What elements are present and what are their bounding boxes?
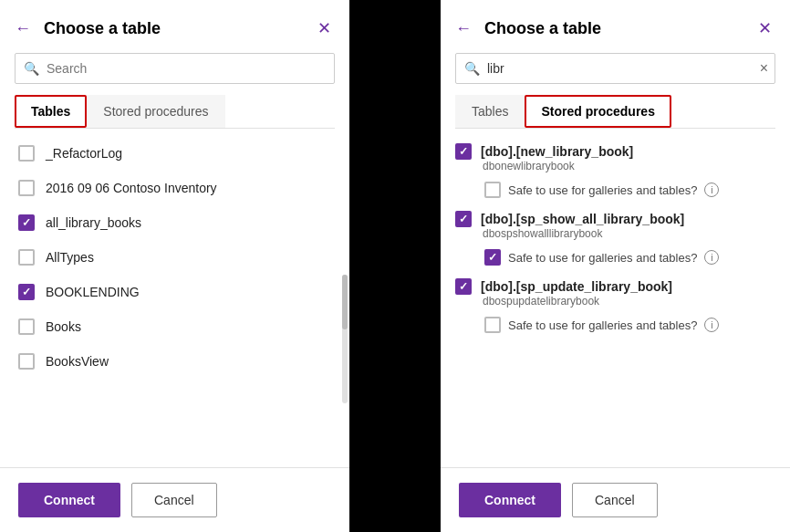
right-panel-header: ← Choose a table ✕ (441, 0, 790, 53)
sp-item-1-info-icon[interactable]: i (704, 183, 719, 197)
right-items-list: [dbo].[new_library_book] dbonewlibrarybo… (441, 129, 790, 467)
left-panel-footer: Connect Cancel (0, 467, 349, 532)
item-label-contoso: 2016 09 06 Contoso Inventory (46, 181, 217, 195)
sp-item-1-safe-label: Safe to use for galleries and tables? (508, 183, 697, 197)
left-cancel-button[interactable]: Cancel (131, 483, 217, 517)
left-items-list: _RefactorLog 2016 09 06 Contoso Inventor… (0, 129, 349, 467)
right-panel-title: Choose a table (484, 19, 745, 38)
sp-item-3-name: [dbo].[sp_update_library_book] (481, 279, 672, 294)
right-connect-button[interactable]: Connect (459, 483, 561, 517)
sp-item-2-info-icon[interactable]: i (704, 250, 719, 265)
scrollbar-track (342, 275, 348, 403)
left-close-button[interactable]: ✕ (314, 16, 335, 40)
right-close-button[interactable]: ✕ (754, 16, 775, 40)
right-panel: ← Choose a table ✕ 🔍 × Tables Stored pro… (441, 0, 790, 532)
item-label-books: Books (46, 319, 81, 334)
sp-item-3-sub: dbospupdatelibrarybook (483, 295, 775, 308)
left-search-input[interactable] (15, 53, 335, 84)
list-item[interactable]: BooksView (0, 344, 349, 379)
left-tab-tables[interactable]: Tables (15, 95, 87, 128)
right-search-icon: 🔍 (464, 61, 480, 76)
checkbox-all-library[interactable] (18, 214, 35, 231)
left-tabs: Tables Stored procedures (15, 95, 335, 129)
checkbox-books[interactable] (18, 318, 35, 335)
sp-item-1: [dbo].[new_library_book] dbonewlibrarybo… (441, 136, 790, 176)
checkbox-contoso[interactable] (18, 180, 35, 196)
list-item[interactable]: AllTypes (0, 240, 349, 275)
right-tab-tables[interactable]: Tables (455, 95, 525, 128)
sp-item-3: [dbo].[sp_update_library_book] dbospupda… (441, 271, 790, 311)
sp-item-2-safe-label: Safe to use for galleries and tables? (508, 251, 697, 265)
list-item[interactable]: _RefactorLog (0, 136, 349, 171)
sp-item-3-safe-row: Safe to use for galleries and tables? i (441, 311, 790, 339)
list-item[interactable]: BOOKLENDING (0, 275, 349, 309)
checkbox-sp1-safe[interactable] (484, 182, 501, 198)
right-search-input[interactable] (455, 53, 775, 84)
left-panel-header: ← Choose a table ✕ (0, 0, 349, 53)
checkbox-sp2[interactable] (455, 211, 472, 227)
left-panel: ← Choose a table ✕ 🔍 Tables Stored proce… (0, 0, 349, 532)
sp-item-2-safe-row: Safe to use for galleries and tables? i (441, 244, 790, 271)
sp-item-3-header[interactable]: [dbo].[sp_update_library_book] (455, 278, 775, 295)
checkbox-alltypes[interactable] (18, 249, 35, 266)
sp-item-3-safe-label: Safe to use for galleries and tables? (508, 318, 697, 332)
checkbox-sp3[interactable] (455, 278, 472, 295)
item-label-refactorlog: _RefactorLog (46, 146, 122, 161)
sp-item-2-header[interactable]: [dbo].[sp_show_all_library_book] (455, 211, 775, 227)
checkbox-sp1[interactable] (455, 143, 472, 160)
right-tab-stored-procedures[interactable]: Stored procedures (525, 95, 670, 128)
left-search-icon: 🔍 (24, 61, 39, 76)
sp-item-1-safe-row: Safe to use for galleries and tables? i (441, 176, 790, 203)
sp-item-1-sub: dbonewlibrarybook (483, 160, 775, 172)
right-search-clear-button[interactable]: × (760, 60, 768, 77)
left-tab-stored-procedures[interactable]: Stored procedures (87, 95, 224, 128)
scrollbar-thumb[interactable] (342, 275, 348, 329)
sp-item-3-info-icon[interactable]: i (704, 318, 719, 332)
checkbox-booklending[interactable] (18, 284, 35, 300)
checkbox-refactorlog[interactable] (18, 145, 35, 162)
checkbox-sp3-safe[interactable] (484, 317, 501, 333)
sp-item-2: [dbo].[sp_show_all_library_book] dbospsh… (441, 203, 790, 244)
right-tabs: Tables Stored procedures (455, 95, 775, 129)
sp-item-1-name: [dbo].[new_library_book] (481, 144, 633, 159)
checkbox-sp2-safe[interactable] (484, 249, 501, 266)
item-label-booklending: BOOKLENDING (46, 285, 140, 299)
left-back-arrow[interactable]: ← (15, 19, 31, 38)
panel-divider (349, 0, 441, 532)
list-item[interactable]: Books (0, 309, 349, 344)
left-connect-button[interactable]: Connect (18, 483, 120, 517)
item-label-all-library: all_library_books (46, 215, 141, 230)
sp-item-2-name: [dbo].[sp_show_all_library_book] (481, 212, 684, 226)
right-search-box: 🔍 × (455, 53, 775, 84)
item-label-booksview: BooksView (46, 354, 109, 369)
item-label-alltypes: AllTypes (46, 250, 94, 265)
right-cancel-button[interactable]: Cancel (572, 483, 658, 517)
list-item[interactable]: all_library_books (0, 205, 349, 240)
sp-item-1-header[interactable]: [dbo].[new_library_book] (455, 143, 775, 160)
left-panel-title: Choose a table (44, 19, 305, 38)
right-back-arrow[interactable]: ← (455, 19, 472, 38)
left-search-box: 🔍 (15, 53, 335, 84)
checkbox-booksview[interactable] (18, 353, 35, 370)
sp-item-2-sub: dbospshowalllibrarybook (483, 227, 775, 240)
right-panel-footer: Connect Cancel (441, 467, 790, 532)
list-item[interactable]: 2016 09 06 Contoso Inventory (0, 171, 349, 205)
